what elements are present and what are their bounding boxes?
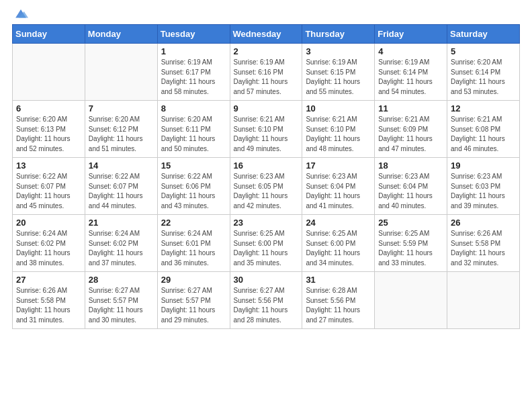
day-number: 20 [16,218,81,228]
day-info: Sunrise: 6:22 AMSunset: 6:06 PMDaylight:… [161,172,226,211]
calendar-cell [447,272,520,329]
day-info: Sunrise: 6:21 AMSunset: 6:08 PMDaylight:… [451,115,516,154]
calendar-cell: 5Sunrise: 6:20 AMSunset: 6:14 PMDaylight… [447,44,520,101]
day-info: Sunrise: 6:20 AMSunset: 6:11 PMDaylight:… [161,115,226,154]
day-info: Sunrise: 6:19 AMSunset: 6:17 PMDaylight:… [161,58,226,97]
calendar-cell: 1Sunrise: 6:19 AMSunset: 6:17 PMDaylight… [157,44,230,101]
day-info: Sunrise: 6:26 AMSunset: 5:58 PMDaylight:… [16,286,81,325]
day-number: 3 [306,46,371,56]
day-number: 25 [378,218,443,228]
day-number: 15 [161,161,226,171]
day-info: Sunrise: 6:20 AMSunset: 6:12 PMDaylight:… [89,115,154,154]
logo-icon [13,7,28,21]
calendar-cell: 26Sunrise: 6:26 AMSunset: 5:58 PMDayligh… [447,215,520,272]
header [12,7,520,19]
day-number: 14 [89,161,154,171]
day-number: 12 [451,103,516,113]
calendar-cell: 28Sunrise: 6:27 AMSunset: 5:57 PMDayligh… [85,272,157,329]
day-info: Sunrise: 6:23 AMSunset: 6:03 PMDaylight:… [451,172,516,211]
day-number: 17 [306,161,371,171]
day-number: 13 [16,161,81,171]
calendar-cell: 3Sunrise: 6:19 AMSunset: 6:15 PMDaylight… [302,44,375,101]
day-number: 31 [306,275,371,285]
week-row-0: 1Sunrise: 6:19 AMSunset: 6:17 PMDaylight… [13,44,520,101]
day-header-tuesday: Tuesday [157,25,230,44]
day-number: 4 [378,46,443,56]
day-number: 26 [451,218,516,228]
week-row-4: 27Sunrise: 6:26 AMSunset: 5:58 PMDayligh… [13,272,520,329]
day-header-friday: Friday [375,25,447,44]
calendar-cell: 29Sunrise: 6:27 AMSunset: 5:57 PMDayligh… [157,272,230,329]
calendar-cell: 30Sunrise: 6:27 AMSunset: 5:56 PMDayligh… [230,272,302,329]
calendar-cell: 23Sunrise: 6:25 AMSunset: 6:00 PMDayligh… [230,215,302,272]
calendar-cell: 6Sunrise: 6:20 AMSunset: 6:13 PMDaylight… [13,101,85,158]
calendar-cell: 20Sunrise: 6:24 AMSunset: 6:02 PMDayligh… [13,215,85,272]
calendar-cell: 19Sunrise: 6:23 AMSunset: 6:03 PMDayligh… [447,158,520,215]
calendar-cell: 2Sunrise: 6:19 AMSunset: 6:16 PMDaylight… [230,44,302,101]
day-header-monday: Monday [85,25,157,44]
calendar: SundayMondayTuesdayWednesdayThursdayFrid… [12,24,520,329]
day-info: Sunrise: 6:26 AMSunset: 5:58 PMDaylight:… [451,229,516,268]
day-info: Sunrise: 6:28 AMSunset: 5:56 PMDaylight:… [306,286,371,325]
day-info: Sunrise: 6:27 AMSunset: 5:57 PMDaylight:… [161,286,226,325]
calendar-cell: 11Sunrise: 6:21 AMSunset: 6:09 PMDayligh… [375,101,447,158]
day-number: 28 [89,275,154,285]
calendar-cell: 31Sunrise: 6:28 AMSunset: 5:56 PMDayligh… [302,272,375,329]
day-info: Sunrise: 6:23 AMSunset: 6:04 PMDaylight:… [378,172,443,211]
day-info: Sunrise: 6:24 AMSunset: 6:02 PMDaylight:… [89,229,154,268]
calendar-cell: 24Sunrise: 6:25 AMSunset: 6:00 PMDayligh… [302,215,375,272]
day-number: 24 [306,218,371,228]
day-info: Sunrise: 6:19 AMSunset: 6:14 PMDaylight:… [378,58,443,97]
day-number: 9 [234,103,299,113]
page: SundayMondayTuesdayWednesdayThursdayFrid… [0,0,532,411]
calendar-cell: 14Sunrise: 6:22 AMSunset: 6:07 PMDayligh… [85,158,157,215]
calendar-cell [85,44,157,101]
day-number: 8 [161,103,226,113]
day-info: Sunrise: 6:27 AMSunset: 5:56 PMDaylight:… [234,286,299,325]
calendar-cell: 17Sunrise: 6:23 AMSunset: 6:04 PMDayligh… [302,158,375,215]
calendar-cell: 7Sunrise: 6:20 AMSunset: 6:12 PMDaylight… [85,101,157,158]
day-number: 22 [161,218,226,228]
day-header-saturday: Saturday [447,25,520,44]
calendar-cell: 25Sunrise: 6:25 AMSunset: 5:59 PMDayligh… [375,215,447,272]
day-info: Sunrise: 6:21 AMSunset: 6:09 PMDaylight:… [378,115,443,154]
calendar-cell: 13Sunrise: 6:22 AMSunset: 6:07 PMDayligh… [13,158,85,215]
logo [12,7,28,19]
day-info: Sunrise: 6:22 AMSunset: 6:07 PMDaylight:… [16,172,81,211]
day-number: 21 [89,218,154,228]
day-header-thursday: Thursday [302,25,375,44]
day-header-wednesday: Wednesday [230,25,302,44]
calendar-cell [375,272,447,329]
calendar-cell: 16Sunrise: 6:23 AMSunset: 6:05 PMDayligh… [230,158,302,215]
day-header-sunday: Sunday [13,25,85,44]
calendar-cell: 18Sunrise: 6:23 AMSunset: 6:04 PMDayligh… [375,158,447,215]
day-info: Sunrise: 6:22 AMSunset: 6:07 PMDaylight:… [89,172,154,211]
day-info: Sunrise: 6:25 AMSunset: 5:59 PMDaylight:… [378,229,443,268]
calendar-cell: 21Sunrise: 6:24 AMSunset: 6:02 PMDayligh… [85,215,157,272]
day-number: 16 [234,161,299,171]
day-info: Sunrise: 6:25 AMSunset: 6:00 PMDaylight:… [234,229,299,268]
day-number: 6 [16,103,81,113]
day-number: 23 [234,218,299,228]
day-number: 19 [451,161,516,171]
day-info: Sunrise: 6:27 AMSunset: 5:57 PMDaylight:… [89,286,154,325]
day-info: Sunrise: 6:21 AMSunset: 6:10 PMDaylight:… [306,115,371,154]
calendar-cell: 22Sunrise: 6:24 AMSunset: 6:01 PMDayligh… [157,215,230,272]
day-number: 11 [378,103,443,113]
calendar-cell: 15Sunrise: 6:22 AMSunset: 6:06 PMDayligh… [157,158,230,215]
calendar-header-row: SundayMondayTuesdayWednesdayThursdayFrid… [13,25,520,44]
calendar-cell: 8Sunrise: 6:20 AMSunset: 6:11 PMDaylight… [157,101,230,158]
calendar-cell: 9Sunrise: 6:21 AMSunset: 6:10 PMDaylight… [230,101,302,158]
day-number: 10 [306,103,371,113]
day-info: Sunrise: 6:24 AMSunset: 6:02 PMDaylight:… [16,229,81,268]
day-info: Sunrise: 6:25 AMSunset: 6:00 PMDaylight:… [306,229,371,268]
day-number: 27 [16,275,81,285]
week-row-1: 6Sunrise: 6:20 AMSunset: 6:13 PMDaylight… [13,101,520,158]
calendar-cell: 12Sunrise: 6:21 AMSunset: 6:08 PMDayligh… [447,101,520,158]
day-info: Sunrise: 6:19 AMSunset: 6:15 PMDaylight:… [306,58,371,97]
day-number: 2 [234,46,299,56]
day-info: Sunrise: 6:24 AMSunset: 6:01 PMDaylight:… [161,229,226,268]
calendar-cell: 10Sunrise: 6:21 AMSunset: 6:10 PMDayligh… [302,101,375,158]
day-number: 5 [451,46,516,56]
day-info: Sunrise: 6:19 AMSunset: 6:16 PMDaylight:… [234,58,299,97]
